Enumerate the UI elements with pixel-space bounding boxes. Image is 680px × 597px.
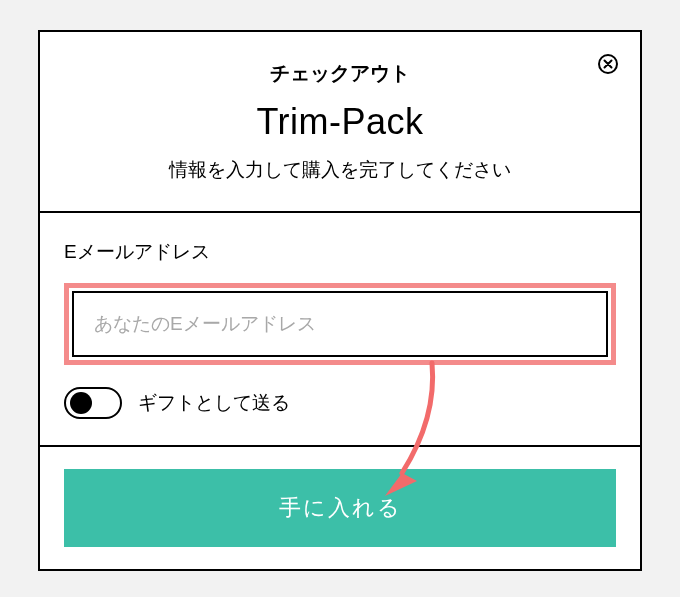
submit-button[interactable]: 手に入れる	[64, 469, 616, 547]
dialog-footer: 手に入れる	[40, 447, 640, 569]
checkout-dialog: チェックアウト Trim-Pack 情報を入力して購入を完了してください Eメー…	[38, 30, 642, 571]
form-section: Eメールアドレス ギフトとして送る	[40, 213, 640, 447]
dialog-header: チェックアウト Trim-Pack 情報を入力して購入を完了してください	[40, 32, 640, 213]
close-button[interactable]	[596, 52, 620, 76]
gift-toggle-row: ギフトとして送る	[64, 387, 616, 419]
email-label: Eメールアドレス	[64, 239, 616, 265]
product-title: Trim-Pack	[60, 101, 620, 143]
gift-toggle[interactable]	[64, 387, 122, 419]
header-subtitle: 情報を入力して購入を完了してください	[60, 157, 620, 183]
checkout-label: チェックアウト	[60, 60, 620, 87]
close-icon	[598, 54, 618, 74]
input-highlight-annotation	[64, 283, 616, 365]
email-field[interactable]	[72, 291, 608, 357]
toggle-knob	[70, 392, 92, 414]
gift-toggle-label: ギフトとして送る	[138, 390, 290, 416]
